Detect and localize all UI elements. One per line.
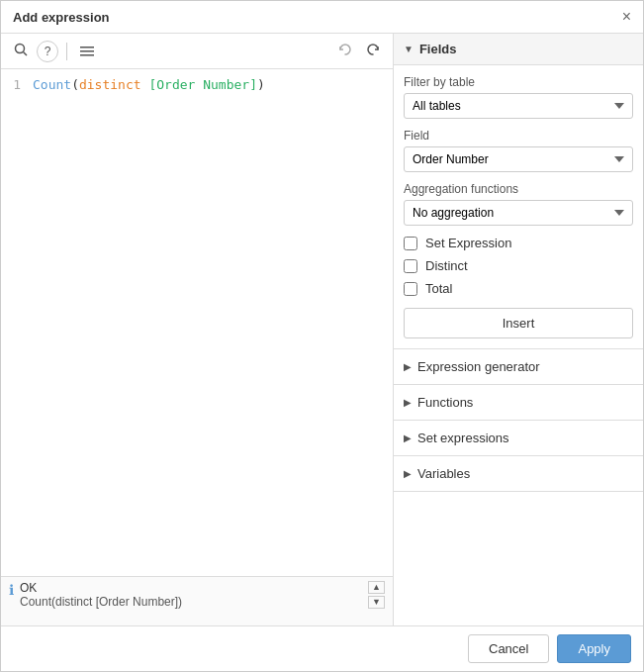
- code-content: Count(distinct [Order Number]): [33, 77, 265, 92]
- code-paren-open: (: [71, 77, 79, 92]
- toolbar: ?: [1, 34, 393, 69]
- status-info-icon: ℹ: [9, 582, 14, 598]
- distinct-label[interactable]: Distinct: [425, 258, 468, 273]
- code-paren-close: ): [257, 77, 265, 92]
- variables-arrow-icon: ▶: [404, 468, 412, 479]
- fields-content: Filter by table All tables Field Order N…: [394, 65, 643, 349]
- help-button[interactable]: ?: [37, 41, 58, 62]
- dialog-header: Add expression ×: [1, 1, 643, 34]
- distinct-checkbox[interactable]: [404, 259, 417, 273]
- functions-section: ▶ Functions: [394, 385, 643, 421]
- fields-section-header[interactable]: ▼ Fields: [394, 34, 643, 65]
- filter-by-table-label: Filter by table: [404, 75, 633, 89]
- code-field: [Order Number]: [148, 77, 257, 92]
- redo-icon: [366, 43, 380, 56]
- variables-header[interactable]: ▶ Variables: [394, 456, 643, 491]
- code-keyword: distinct: [79, 77, 141, 92]
- left-panel: ?: [1, 34, 394, 625]
- scroll-up-button[interactable]: ▲: [368, 581, 385, 594]
- total-row: Total: [404, 281, 633, 296]
- field-select[interactable]: Order Number: [404, 146, 633, 172]
- fields-arrow-icon: ▼: [404, 44, 414, 54]
- svg-line-1: [24, 52, 28, 56]
- functions-label: Functions: [417, 395, 473, 410]
- redo-button[interactable]: [361, 40, 385, 62]
- insert-button[interactable]: Insert: [404, 308, 633, 338]
- apply-button[interactable]: Apply: [557, 634, 631, 663]
- cancel-button[interactable]: Cancel: [468, 634, 549, 663]
- total-checkbox[interactable]: [404, 282, 417, 296]
- aggregation-select[interactable]: No aggregation: [404, 200, 633, 226]
- set-expression-label[interactable]: Set Expression: [425, 236, 511, 250]
- set-expressions-label: Set expressions: [417, 431, 509, 445]
- close-button[interactable]: ×: [622, 9, 631, 25]
- add-expression-dialog: Add expression × ?: [0, 0, 644, 672]
- code-line-1: 1 Count(distinct [Order Number]): [9, 77, 385, 92]
- svg-rect-2: [80, 47, 94, 48]
- undo-button[interactable]: [333, 40, 357, 62]
- variables-label: Variables: [417, 466, 470, 481]
- search-icon: [14, 43, 28, 56]
- filter-by-table-select[interactable]: All tables: [404, 93, 633, 119]
- functions-arrow-icon: ▶: [404, 397, 412, 408]
- lines-icon: [80, 47, 94, 56]
- svg-rect-4: [80, 54, 94, 56]
- svg-rect-3: [80, 50, 94, 52]
- search-button[interactable]: [9, 40, 33, 62]
- fields-section-label: Fields: [419, 42, 457, 56]
- functions-header[interactable]: ▶ Functions: [394, 385, 643, 420]
- expression-generator-label: Expression generator: [417, 359, 540, 374]
- expression-generator-header[interactable]: ▶ Expression generator: [394, 349, 643, 384]
- total-label[interactable]: Total: [425, 281, 452, 296]
- status-ok-label: OK: [20, 581, 362, 595]
- dialog-title: Add expression: [13, 10, 110, 25]
- set-expression-row: Set Expression: [404, 236, 633, 250]
- set-expression-checkbox[interactable]: [404, 237, 417, 250]
- scroll-down-button[interactable]: ▼: [368, 596, 385, 609]
- variables-section: ▶ Variables: [394, 456, 643, 492]
- set-expressions-arrow-icon: ▶: [404, 432, 412, 443]
- dialog-body: ?: [1, 34, 643, 625]
- info-button[interactable]: [75, 41, 99, 62]
- set-expressions-section: ▶ Set expressions: [394, 421, 643, 456]
- status-bar: ℹ OK Count(distinct [Order Number]) ▲ ▼: [1, 576, 393, 625]
- svg-point-0: [16, 45, 25, 53]
- set-expressions-header[interactable]: ▶ Set expressions: [394, 421, 643, 455]
- expression-generator-arrow-icon: ▶: [404, 361, 412, 372]
- aggregation-label: Aggregation functions: [404, 182, 633, 196]
- right-panel: ▼ Fields Filter by table All tables Fiel…: [394, 34, 643, 625]
- status-expression: Count(distinct [Order Number]): [20, 595, 362, 609]
- status-text-block: OK Count(distinct [Order Number]): [20, 581, 362, 609]
- line-number: 1: [9, 77, 21, 92]
- undo-icon: [338, 43, 352, 56]
- toolbar-separator: [66, 43, 67, 60]
- code-editor[interactable]: 1 Count(distinct [Order Number]): [1, 69, 393, 576]
- status-scroll-controls: ▲ ▼: [368, 581, 385, 609]
- field-label: Field: [404, 129, 633, 143]
- expression-generator-section: ▶ Expression generator: [394, 349, 643, 385]
- dialog-footer: Cancel Apply: [1, 625, 643, 671]
- code-function: Count: [33, 77, 71, 92]
- distinct-row: Distinct: [404, 258, 633, 273]
